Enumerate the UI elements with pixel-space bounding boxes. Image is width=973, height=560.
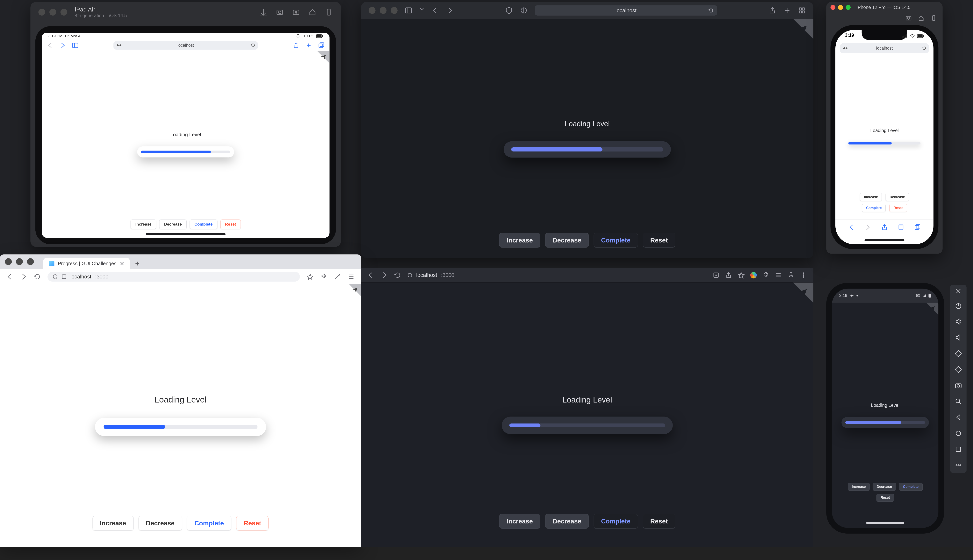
camera-icon[interactable] xyxy=(955,382,962,389)
complete-button[interactable]: Complete xyxy=(187,516,231,530)
screenshot-icon[interactable] xyxy=(276,8,284,16)
increase-button[interactable]: Increase xyxy=(860,193,882,201)
increase-button[interactable]: Increase xyxy=(130,220,156,229)
rotate-icon[interactable] xyxy=(324,8,333,16)
devtools-icon[interactable] xyxy=(334,273,341,280)
rotate-left-icon[interactable] xyxy=(955,350,962,357)
decrease-button[interactable]: Decrease xyxy=(159,220,187,229)
traffic-max[interactable] xyxy=(60,9,67,15)
close-icon[interactable] xyxy=(956,288,961,293)
traffic-close[interactable] xyxy=(831,5,836,10)
kebab-menu-icon[interactable] xyxy=(800,272,807,278)
back-icon[interactable] xyxy=(47,42,53,48)
bookmark-icon[interactable] xyxy=(307,273,314,280)
reset-button[interactable]: Reset xyxy=(236,516,269,530)
newtab-icon[interactable] xyxy=(783,7,791,14)
more-icon[interactable] xyxy=(955,462,962,469)
forward-icon[interactable] xyxy=(20,273,27,280)
decrease-button[interactable]: Decrease xyxy=(545,514,588,529)
save-icon[interactable] xyxy=(259,8,267,16)
complete-button[interactable]: Complete xyxy=(594,514,638,529)
close-tab-icon[interactable] xyxy=(120,262,124,266)
reset-button[interactable]: Reset xyxy=(889,204,907,212)
traffic-close[interactable] xyxy=(38,9,45,15)
reload-icon[interactable] xyxy=(251,43,255,47)
back-icon[interactable] xyxy=(848,223,855,231)
forward-icon[interactable] xyxy=(864,223,871,231)
traffic-min[interactable] xyxy=(838,5,843,10)
tabs-icon[interactable] xyxy=(914,223,921,231)
extensions-icon[interactable] xyxy=(762,272,769,278)
reset-button[interactable]: Reset xyxy=(643,514,675,529)
complete-button[interactable]: Complete xyxy=(862,204,886,212)
home-icon[interactable] xyxy=(308,8,317,16)
home-icon[interactable] xyxy=(918,15,925,21)
rotate-right-icon[interactable] xyxy=(955,366,962,373)
traffic-close[interactable] xyxy=(369,7,376,14)
new-tab-button[interactable] xyxy=(133,259,142,268)
address-bar[interactable]: AA localhost xyxy=(114,41,258,49)
appearance-icon[interactable] xyxy=(520,7,528,14)
traffic-close[interactable] xyxy=(5,258,12,265)
volume-up-icon[interactable] xyxy=(955,318,962,325)
sidebar-icon[interactable] xyxy=(72,42,79,48)
extension-icon[interactable] xyxy=(320,273,327,280)
volume-down-icon[interactable] xyxy=(955,334,962,342)
share-icon[interactable] xyxy=(293,42,299,48)
screenshot-icon[interactable] xyxy=(905,15,912,21)
back-icon[interactable] xyxy=(7,273,13,280)
back-icon[interactable] xyxy=(368,272,374,278)
increase-button[interactable]: Increase xyxy=(848,483,870,491)
reload-icon[interactable] xyxy=(922,46,926,50)
site-info-icon[interactable] xyxy=(62,274,66,279)
power-icon[interactable] xyxy=(955,302,962,310)
reload-icon[interactable] xyxy=(708,8,714,13)
sidebar-icon[interactable] xyxy=(405,7,412,14)
forward-icon[interactable] xyxy=(446,7,454,14)
bookmark-icon[interactable] xyxy=(738,272,744,278)
traffic-min[interactable] xyxy=(49,9,56,15)
decrease-button[interactable]: Decrease xyxy=(886,193,909,201)
zoom-icon[interactable] xyxy=(955,398,962,405)
complete-button[interactable]: Complete xyxy=(899,483,923,491)
traffic-min[interactable] xyxy=(16,258,23,265)
increase-button[interactable]: Increase xyxy=(499,233,540,248)
reload-icon[interactable] xyxy=(394,272,401,278)
gesture-bar[interactable] xyxy=(866,522,904,524)
tabs-icon[interactable] xyxy=(318,42,324,48)
back-nav-icon[interactable] xyxy=(955,413,962,421)
reset-button[interactable]: Reset xyxy=(220,220,241,229)
reload-icon[interactable] xyxy=(34,273,41,280)
bookmarks-icon[interactable] xyxy=(897,223,904,231)
increase-button[interactable]: Increase xyxy=(499,514,540,529)
traffic-max[interactable] xyxy=(846,5,851,10)
overview-nav-icon[interactable] xyxy=(955,445,962,453)
complete-button[interactable]: Complete xyxy=(189,220,217,229)
reset-button[interactable]: Reset xyxy=(643,233,675,248)
address-bar[interactable]: localhost:3000 xyxy=(47,272,300,282)
mic-icon[interactable] xyxy=(787,272,794,278)
newtab-icon[interactable] xyxy=(305,42,312,48)
traffic-max[interactable] xyxy=(391,7,398,14)
traffic-min[interactable] xyxy=(380,7,386,14)
profile-avatar[interactable] xyxy=(750,272,757,278)
reader-aa[interactable]: AA xyxy=(843,46,848,50)
site-info-icon[interactable] xyxy=(408,273,412,277)
decrease-button[interactable]: Decrease xyxy=(545,233,588,248)
share-icon[interactable] xyxy=(881,223,888,231)
install-icon[interactable] xyxy=(713,272,719,278)
forward-icon[interactable] xyxy=(59,42,66,48)
decrease-button[interactable]: Decrease xyxy=(139,516,182,530)
chevron-down-icon[interactable] xyxy=(420,7,424,14)
complete-button[interactable]: Complete xyxy=(594,233,638,248)
menu-icon[interactable] xyxy=(348,273,354,280)
browser-tab[interactable]: Progress | GUI Challenges xyxy=(43,258,130,269)
shield-icon[interactable] xyxy=(505,7,513,14)
record-icon[interactable] xyxy=(292,8,300,16)
home-nav-icon[interactable] xyxy=(955,430,962,437)
address-bar[interactable]: AA localhost xyxy=(840,43,929,53)
traffic-max[interactable] xyxy=(27,258,34,265)
devtools-list-icon[interactable] xyxy=(775,272,782,278)
reset-button[interactable]: Reset xyxy=(876,494,894,502)
rotate-icon[interactable] xyxy=(930,15,937,21)
